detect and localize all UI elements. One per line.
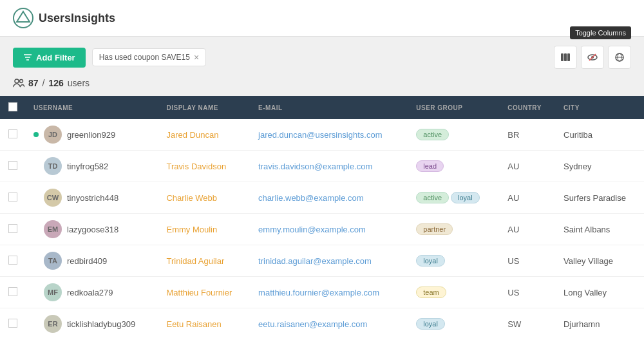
filter-badge-label: Has used coupon SAVE15 bbox=[99, 53, 190, 62]
username-cell: MF redkoala279 bbox=[26, 277, 158, 308]
city-cell: Long Valley bbox=[556, 277, 644, 308]
user-group-cell: team bbox=[408, 277, 500, 308]
settings-icon-btn[interactable] bbox=[608, 46, 631, 69]
row-checkbox[interactable] bbox=[8, 287, 17, 296]
display-name-link[interactable]: Trinidad Aguilar bbox=[166, 256, 224, 266]
username-text: greenlion929 bbox=[67, 130, 115, 140]
row-checkbox[interactable] bbox=[8, 224, 17, 233]
app-wrapper: UsersInsights Add Filter Has used coupon… bbox=[0, 0, 644, 338]
table-body: JD greenlion929 Jared Duncanjared.duncan… bbox=[0, 119, 644, 338]
badge-active: active bbox=[416, 129, 449, 140]
col-display-name: DISPLAY NAME bbox=[158, 96, 251, 119]
globe-icon bbox=[614, 52, 625, 62]
user-group-cell: loyal bbox=[408, 245, 500, 277]
email-link[interactable]: matthieu.fournier@example.com bbox=[258, 288, 379, 297]
email-link[interactable]: eetu.raisanen@example.com bbox=[258, 319, 367, 329]
username-cell: TD tinyfrog582 bbox=[26, 151, 158, 182]
svg-rect-7 bbox=[567, 53, 570, 61]
email-cell: eetu.raisanen@example.com bbox=[251, 308, 408, 339]
city-cell: Surfers Paradise bbox=[556, 182, 644, 214]
columns-icon-btn[interactable] bbox=[554, 46, 577, 69]
username-cell: JD greenlion929 bbox=[26, 119, 158, 151]
svg-marker-1 bbox=[17, 12, 30, 22]
online-indicator bbox=[33, 132, 39, 137]
avatar: JD bbox=[44, 126, 62, 144]
toggle-columns-tooltip: Toggle Columns bbox=[570, 26, 631, 39]
email-link[interactable]: emmy.moulin@example.com bbox=[258, 225, 366, 234]
username-text: tinyfrog582 bbox=[67, 162, 108, 171]
user-group-cell: partner bbox=[408, 214, 500, 245]
city-cell: Djurhamn bbox=[556, 308, 644, 339]
avatar: MF bbox=[44, 283, 62, 301]
display-name-link[interactable]: Charlie Webb bbox=[166, 193, 217, 203]
avatar: EM bbox=[44, 220, 62, 238]
user-group-cell: activeloyal bbox=[408, 182, 500, 214]
display-name-link[interactable]: Jared Duncan bbox=[166, 130, 218, 140]
username-cell: TA redbird409 bbox=[26, 245, 158, 277]
select-all-checkbox[interactable] bbox=[8, 102, 17, 111]
table-row: ER ticklishladybug309 Eetu Raisaneneetu.… bbox=[0, 308, 644, 339]
username-text: redkoala279 bbox=[67, 288, 113, 297]
email-link[interactable]: travis.davidson@example.com bbox=[258, 162, 372, 171]
country-cell: SW bbox=[500, 308, 556, 339]
display-name-cell: Eetu Raisanen bbox=[158, 308, 251, 339]
columns-icon bbox=[560, 52, 571, 62]
city-text: Djurhamn bbox=[564, 319, 600, 329]
country-cell: AU bbox=[500, 151, 556, 182]
username-text: redbird409 bbox=[67, 256, 107, 266]
row-checkbox[interactable] bbox=[8, 129, 17, 138]
avatar: TD bbox=[44, 157, 62, 175]
display-name-link[interactable]: Matthieu Fournier bbox=[166, 288, 232, 297]
email-link[interactable]: trinidad.aguilar@example.com bbox=[258, 256, 372, 266]
country-text: AU bbox=[507, 162, 519, 171]
row-checkbox[interactable] bbox=[8, 161, 17, 170]
svg-rect-6 bbox=[564, 53, 567, 61]
country-cell: BR bbox=[500, 119, 556, 151]
username-cell: ER ticklishladybug309 bbox=[26, 308, 158, 339]
svg-rect-5 bbox=[561, 53, 564, 61]
country-cell: AU bbox=[500, 214, 556, 245]
row-checkbox[interactable] bbox=[8, 256, 17, 265]
username-text: ticklishladybug309 bbox=[67, 319, 135, 329]
users-icon bbox=[13, 79, 24, 88]
row-checkbox[interactable] bbox=[8, 319, 17, 328]
table-row: MF redkoala279 Matthieu Fourniermatthieu… bbox=[0, 277, 644, 308]
table-row: EM lazygoose318 Emmy Moulinemmy.moulin@e… bbox=[0, 214, 644, 245]
display-name-cell: Charlie Webb bbox=[158, 182, 251, 214]
table-row: TA redbird409 Trinidad Aguilartrinidad.a… bbox=[0, 245, 644, 277]
display-name-cell: Emmy Moulin bbox=[158, 214, 251, 245]
city-text: Surfers Paradise bbox=[564, 193, 626, 203]
city-cell: Valley Village bbox=[556, 245, 644, 277]
city-text: Curitiba bbox=[564, 130, 592, 140]
email-link[interactable]: jared.duncan@usersinsights.com bbox=[258, 130, 382, 140]
country-text: AU bbox=[507, 193, 519, 203]
toolbar-left: Add Filter Has used coupon SAVE15 × bbox=[13, 48, 206, 68]
display-name-cell: Matthieu Fournier bbox=[158, 277, 251, 308]
app-title: UsersInsights bbox=[39, 12, 115, 25]
svg-point-15 bbox=[20, 80, 23, 83]
display-name-link[interactable]: Emmy Moulin bbox=[166, 225, 217, 234]
table-header: USERNAME DISPLAY NAME E-MAIL USER GROUP … bbox=[0, 96, 644, 119]
toolbar: Add Filter Has used coupon SAVE15 × Togg… bbox=[0, 37, 644, 78]
badge-loyal: loyal bbox=[416, 255, 445, 267]
table-row: TD tinyfrog582 Travis Davidsontravis.dav… bbox=[0, 151, 644, 182]
visibility-icon-btn[interactable] bbox=[581, 46, 604, 69]
logo-icon bbox=[13, 8, 33, 28]
city-text: Sydney bbox=[564, 162, 591, 171]
add-filter-button[interactable]: Add Filter bbox=[13, 48, 86, 68]
badge-partner: partner bbox=[416, 223, 453, 235]
display-name-link[interactable]: Travis Davidson bbox=[166, 162, 226, 171]
row-checkbox[interactable] bbox=[8, 192, 17, 202]
stats-row: 87 / 126 users bbox=[0, 78, 644, 96]
country-text: AU bbox=[507, 225, 519, 234]
city-text: Long Valley bbox=[564, 288, 607, 297]
display-name-cell: Jared Duncan bbox=[158, 119, 251, 151]
table-row: JD greenlion929 Jared Duncanjared.duncan… bbox=[0, 119, 644, 151]
city-cell: Saint Albans bbox=[556, 214, 644, 245]
email-link[interactable]: charlie.webb@example.com bbox=[258, 193, 364, 203]
table-row: CW tinyostrich448 Charlie Webbcharlie.we… bbox=[0, 182, 644, 214]
email-cell: trinidad.aguilar@example.com bbox=[251, 245, 408, 277]
filter-icon bbox=[23, 53, 32, 62]
filter-badge-close[interactable]: × bbox=[194, 53, 199, 62]
display-name-link[interactable]: Eetu Raisanen bbox=[166, 319, 221, 329]
